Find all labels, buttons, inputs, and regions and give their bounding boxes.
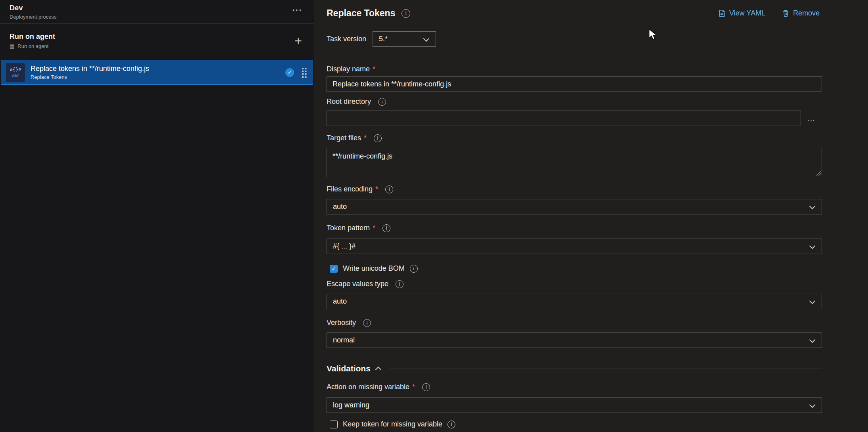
escape-values-type-dropdown[interactable]: auto [327, 294, 822, 309]
display-name-input[interactable] [327, 76, 822, 92]
root-directory-field: Root directory i … [327, 97, 868, 126]
action-on-missing-variable-field: Action on missing variable* i log warnin… [327, 383, 868, 413]
header-actions: View YAML Remove [716, 9, 822, 18]
info-icon[interactable]: i [374, 134, 382, 142]
root-directory-label: Root directory [327, 97, 371, 106]
required-asterisk: * [373, 65, 375, 73]
verbosity-label: Verbosity [327, 319, 356, 327]
info-icon[interactable]: i [422, 383, 430, 391]
validations-section-header[interactable]: Validations [327, 364, 822, 373]
agent-job-title: Run on agent [10, 32, 55, 41]
display-name-label: Display name* [327, 65, 375, 73]
write-unicode-bom-label: Write unicode BOM [343, 264, 405, 273]
files-encoding-label: Files encoding* [327, 185, 378, 193]
chevron-down-icon [809, 298, 816, 304]
chevron-down-icon [809, 203, 816, 210]
replace-tokens-task-icon: #{}# var [6, 63, 25, 82]
info-icon[interactable]: i [385, 185, 393, 193]
target-files-textarea-wrap: **/runtime-config.js [327, 148, 822, 177]
app-root: Dev_ Deployment process ⋯ Run on agent ▦… [0, 0, 868, 432]
info-icon[interactable]: i [363, 319, 371, 327]
target-files-label-row: Target files* i [327, 134, 868, 142]
root-directory-input[interactable] [327, 111, 801, 126]
verbosity-field: Verbosity i normal [327, 319, 868, 348]
escape-values-type-label: Escape values type [327, 280, 388, 288]
target-files-field: Target files* i **/runtime-config.js [327, 134, 868, 177]
task-subtitle: Replace Tokens [31, 74, 280, 80]
task-title: Replace tokens in **/runtime-config.js [31, 65, 280, 73]
required-asterisk: * [364, 134, 367, 142]
chevron-down-icon [809, 337, 816, 343]
token-pattern-dropdown[interactable]: #{ ... }# [327, 239, 822, 254]
files-encoding-dropdown[interactable]: auto [327, 199, 822, 214]
agent-job-subtitle-row: ▦ Run on agent [10, 43, 55, 49]
root-directory-row: … [327, 111, 822, 126]
verbosity-dropdown[interactable]: normal [327, 333, 822, 348]
drag-handle-icon[interactable]: ⣿ [300, 68, 308, 77]
keep-token-label: Keep token for missing variable [343, 420, 442, 428]
write-unicode-bom-row: ✓ Write unicode BOM i [330, 264, 868, 273]
escape-values-type-field: Escape values type i auto [327, 280, 868, 309]
agent-job-subtitle: Run on agent [17, 43, 48, 49]
task-enabled-check-icon[interactable]: ✓ [285, 68, 294, 77]
stage-text: Dev_ Deployment process [10, 4, 57, 20]
display-name-field: Display name* [327, 65, 868, 92]
more-menu-icon[interactable]: ⋯ [292, 5, 302, 15]
files-encoding-field: Files encoding* i auto [327, 185, 868, 214]
info-icon[interactable]: i [447, 421, 455, 428]
stage-title: Dev_ [10, 4, 57, 12]
keep-token-row: ✓ Keep token for missing variable i [330, 420, 868, 428]
validations-section-title: Validations [327, 364, 371, 373]
required-asterisk: * [375, 185, 378, 193]
yaml-file-icon [718, 10, 726, 17]
task-text: Replace tokens in **/runtime-config.js R… [31, 65, 280, 80]
section-divider [389, 369, 822, 369]
action-on-missing-variable-label-row: Action on missing variable* i [327, 383, 868, 391]
info-icon[interactable]: i [410, 265, 418, 273]
required-asterisk: * [373, 224, 375, 232]
token-pattern-field: Token pattern* i #{ ... }# [327, 224, 868, 254]
chevron-down-icon [809, 402, 816, 408]
stage-subtitle: Deployment process [10, 14, 57, 20]
info-icon[interactable]: i [396, 280, 403, 288]
verbosity-label-row: Verbosity i [327, 319, 868, 327]
remove-task-button[interactable]: Remove [780, 9, 822, 18]
target-files-label: Target files* [327, 134, 367, 142]
trash-icon [782, 10, 790, 17]
keep-token-checkbox[interactable]: ✓ [330, 421, 338, 428]
chevron-up-icon [375, 367, 382, 373]
target-files-textarea[interactable]: **/runtime-config.js [327, 148, 822, 177]
info-icon[interactable]: i [401, 9, 410, 18]
browse-button[interactable]: … [801, 115, 822, 122]
task-version-row: Task version 5.* [327, 31, 868, 47]
files-encoding-label-row: Files encoding* i [327, 185, 868, 193]
info-icon[interactable]: i [378, 98, 386, 106]
chevron-down-icon [423, 36, 430, 42]
agent-job-header[interactable]: Run on agent ▦ Run on agent + [0, 24, 314, 58]
add-task-button[interactable]: + [294, 34, 302, 47]
view-yaml-button[interactable]: View YAML [716, 9, 768, 18]
task-version-dropdown[interactable]: 5.* [373, 31, 436, 47]
agent-grid-icon: ▦ [10, 43, 14, 49]
task-version-label: Task version [327, 35, 366, 43]
agent-job-text: Run on agent ▦ Run on agent [10, 32, 55, 49]
chevron-down-icon [809, 243, 816, 249]
pipeline-sidebar: Dev_ Deployment process ⋯ Run on agent ▦… [0, 0, 314, 432]
info-icon[interactable]: i [382, 224, 390, 232]
action-on-missing-variable-dropdown[interactable]: log warning [327, 398, 822, 413]
token-pattern-label: Token pattern* [327, 224, 375, 232]
panel-header: Replace Tokens i View YAML [327, 8, 822, 19]
display-name-label-row: Display name* [327, 65, 868, 73]
root-directory-label-row: Root directory i [327, 97, 868, 106]
escape-values-type-label-row: Escape values type i [327, 280, 868, 288]
panel-title: Replace Tokens [327, 8, 395, 19]
task-item-replace-tokens[interactable]: #{}# var Replace tokens in **/runtime-co… [1, 60, 313, 85]
required-asterisk: * [412, 383, 415, 391]
action-on-missing-variable-label: Action on missing variable* [327, 383, 415, 391]
write-unicode-bom-checkbox[interactable]: ✓ [330, 265, 338, 273]
token-pattern-label-row: Token pattern* i [327, 224, 868, 232]
stage-header: Dev_ Deployment process ⋯ [0, 0, 314, 24]
task-settings-panel: Replace Tokens i View YAML [314, 0, 868, 432]
